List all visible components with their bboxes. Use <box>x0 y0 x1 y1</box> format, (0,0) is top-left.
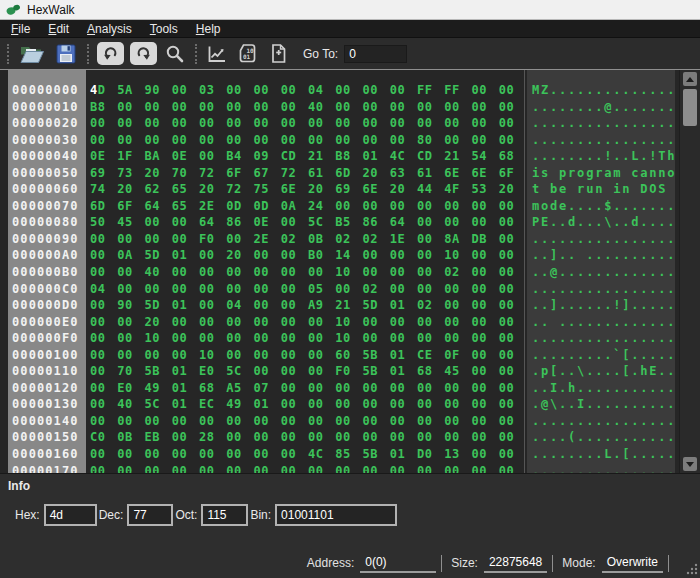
ascii-row[interactable]: .. ............. <box>527 315 675 332</box>
hex-byte[interactable]: 6D <box>333 166 360 183</box>
ascii-row[interactable]: ................ <box>527 232 675 249</box>
hex-byte[interactable]: 00 <box>143 215 170 232</box>
hex-byte[interactable]: 02 <box>361 282 388 299</box>
hex-byte[interactable]: 00 <box>415 232 442 249</box>
hex-byte[interactable]: 00 <box>388 199 415 216</box>
hex-byte[interactable]: A9 <box>306 298 333 315</box>
hex-byte[interactable]: 00 <box>170 133 197 150</box>
hex-byte[interactable]: 00 <box>279 83 306 100</box>
menu-analysis[interactable]: Analysis <box>78 21 141 37</box>
hex-byte[interactable]: 00 <box>252 315 279 332</box>
hex-byte[interactable]: 70 <box>115 364 142 381</box>
scroll-up-button[interactable] <box>683 72 697 86</box>
menu-tools[interactable]: Tools <box>141 21 187 37</box>
hex-byte[interactable]: 00 <box>442 133 469 150</box>
hex-byte[interactable]: 00 <box>252 430 279 447</box>
hex-byte[interactable]: CE <box>415 348 442 365</box>
hex-byte[interactable]: 75 <box>252 182 279 199</box>
hex-byte[interactable]: 5C <box>143 397 170 414</box>
ascii-row[interactable]: ..@............. <box>527 265 675 282</box>
hex-byte[interactable]: 69 <box>333 182 360 199</box>
hex-byte[interactable]: 00 <box>143 348 170 365</box>
hex-byte[interactable]: 68 <box>497 149 524 166</box>
hex-byte[interactable]: 72 <box>197 166 224 183</box>
hex-byte[interactable]: 2E <box>252 232 279 249</box>
hex-byte[interactable]: 00 <box>279 100 306 117</box>
hex-byte[interactable]: FF <box>442 83 469 100</box>
hex-byte[interactable]: 00 <box>497 282 524 299</box>
ascii-row[interactable]: ................ <box>527 282 675 299</box>
hex-byte[interactable]: 20 <box>197 182 224 199</box>
hex-byte[interactable]: 50 <box>88 215 115 232</box>
hex-byte[interactable]: 5B <box>361 364 388 381</box>
hex-byte[interactable]: 00 <box>306 265 333 282</box>
hex-byte[interactable]: 4D <box>88 83 115 100</box>
hex-byte[interactable]: 00 <box>279 133 306 150</box>
hex-byte[interactable]: 24 <box>306 199 333 216</box>
hex-byte[interactable]: 00 <box>224 282 251 299</box>
search-button[interactable] <box>163 42 187 66</box>
hex-byte[interactable]: 10 <box>197 348 224 365</box>
hex-byte[interactable]: 00 <box>361 248 388 265</box>
hex-byte[interactable]: 00 <box>143 447 170 464</box>
hex-byte[interactable]: 00 <box>333 83 360 100</box>
hex-byte[interactable]: 14 <box>333 248 360 265</box>
hex-byte[interactable]: 00 <box>497 83 524 100</box>
hex-byte[interactable]: DB <box>470 232 497 249</box>
hex-byte[interactable]: 44 <box>415 182 442 199</box>
hex-byte[interactable]: 00 <box>361 199 388 216</box>
hex-byte[interactable]: 00 <box>388 282 415 299</box>
hex-byte[interactable]: 20 <box>143 315 170 332</box>
hex-byte[interactable]: 00 <box>115 331 142 348</box>
hex-byte[interactable]: E0 <box>197 364 224 381</box>
hex-byte[interactable]: 00 <box>470 315 497 332</box>
hex-byte[interactable]: 00 <box>470 215 497 232</box>
hex-byte[interactable]: 61 <box>306 166 333 183</box>
hex-byte[interactable]: 00 <box>306 315 333 332</box>
hex-byte[interactable]: 00 <box>170 83 197 100</box>
hex-byte[interactable]: 65 <box>170 182 197 199</box>
hex-byte[interactable]: 00 <box>442 298 469 315</box>
hex-byte[interactable]: 00 <box>88 248 115 265</box>
new-document-button[interactable] <box>266 41 290 66</box>
hex-byte[interactable]: 00 <box>415 100 442 117</box>
hex-grid[interactable]: 4D5A90000300000004000000FFFF0000B8000000… <box>88 70 524 473</box>
hex-byte[interactable]: 00 <box>361 414 388 431</box>
hex-byte[interactable]: 00 <box>88 265 115 282</box>
hex-byte[interactable]: 00 <box>497 215 524 232</box>
hex-byte[interactable]: 00 <box>88 348 115 365</box>
hex-byte[interactable]: BA <box>143 149 170 166</box>
hex-byte[interactable]: 00 <box>415 199 442 216</box>
hex-byte[interactable]: 00 <box>143 282 170 299</box>
hex-byte[interactable]: 00 <box>497 464 524 473</box>
hex-byte[interactable]: 00 <box>88 116 115 133</box>
hex-byte[interactable]: 68 <box>197 381 224 398</box>
ascii-row[interactable]: ........!..L.!Th <box>527 149 675 166</box>
hex-byte[interactable]: 00 <box>115 414 142 431</box>
hex-byte[interactable]: 21 <box>333 298 360 315</box>
hex-byte[interactable]: 6F <box>115 199 142 216</box>
hex-byte[interactable]: 02 <box>279 232 306 249</box>
hex-byte[interactable]: 00 <box>497 100 524 117</box>
hex-byte[interactable]: 20 <box>497 182 524 199</box>
hex-byte[interactable]: 5A <box>115 83 142 100</box>
hex-byte[interactable]: 00 <box>197 282 224 299</box>
hex-byte[interactable]: 00 <box>197 100 224 117</box>
hex-byte[interactable]: 6F <box>224 166 251 183</box>
hex-byte[interactable]: 02 <box>361 232 388 249</box>
hex-byte[interactable]: 00 <box>143 100 170 117</box>
hex-byte[interactable]: 4C <box>306 447 333 464</box>
menu-help[interactable]: Help <box>187 21 230 37</box>
hex-byte[interactable]: 00 <box>333 414 360 431</box>
toolbar-grip[interactable] <box>195 44 197 64</box>
hex-byte[interactable]: 00 <box>470 430 497 447</box>
hex-byte[interactable]: 00 <box>470 414 497 431</box>
hex-byte[interactable]: 00 <box>442 199 469 216</box>
hex-byte[interactable]: 00 <box>333 430 360 447</box>
ascii-row[interactable]: .@\..I.......... <box>527 397 675 414</box>
hex-byte[interactable]: 00 <box>415 430 442 447</box>
dec-field-input[interactable]: 77 <box>127 504 173 526</box>
hex-byte[interactable]: 00 <box>333 464 360 473</box>
hex-byte[interactable]: 00 <box>224 447 251 464</box>
hex-byte[interactable]: 00 <box>170 464 197 473</box>
